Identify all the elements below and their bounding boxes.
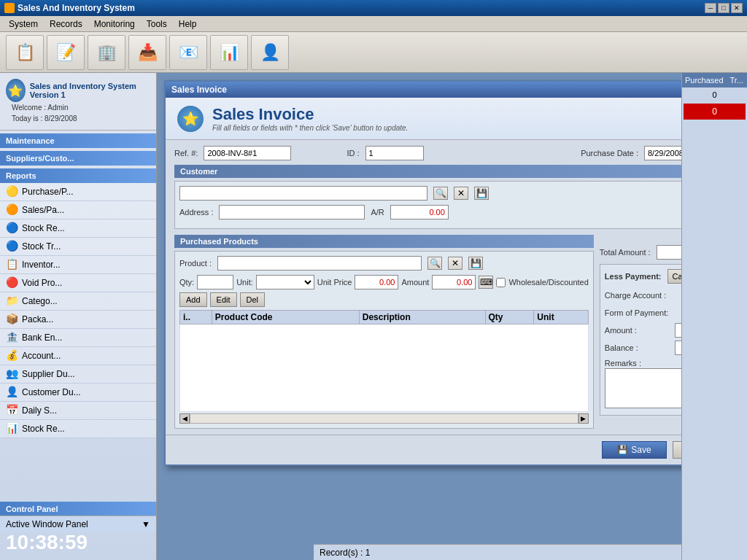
sidebar-item-package-label: Packa... [22, 314, 53, 324]
product-search-button[interactable]: 🔍 [427, 257, 442, 270]
menu-monitoring[interactable]: Monitoring [88, 18, 141, 31]
toolbar-btn-3[interactable]: 📥 [128, 35, 166, 70]
unit-price-label: Unit Price [317, 278, 352, 287]
toolbar-btn-4[interactable]: 📧 [169, 35, 207, 70]
ref-input[interactable] [204, 146, 291, 160]
purchased-products-header: Purchased Products [174, 235, 594, 248]
product-add-icon-button[interactable]: 💾 [468, 257, 483, 270]
maximize-button[interactable]: □ [718, 3, 729, 13]
customer-search-button[interactable]: 🔍 [433, 187, 448, 200]
category-icon: 📁 [6, 295, 19, 308]
customer-add-button[interactable]: 💾 [474, 187, 489, 200]
menu-tools[interactable]: Tools [141, 18, 173, 31]
modal-title-bar: Sales Invoice ✕ [166, 82, 681, 98]
save-button[interactable]: 💾 Save [602, 441, 666, 459]
total-amount-input[interactable] [657, 245, 681, 260]
sidebar-item-category[interactable]: 📁 Catego... [0, 292, 156, 311]
close-button[interactable]: ✕ [731, 3, 743, 13]
customer-clear-button[interactable]: ✕ [454, 187, 468, 200]
add-button[interactable]: Add [179, 292, 207, 307]
bottom-bar: Record(s) : 1 [314, 544, 681, 560]
minimize-button[interactable]: ─ [705, 3, 716, 13]
purchased-header: Purchased [682, 73, 727, 88]
payment-amount-input[interactable] [675, 323, 681, 338]
sidebar-item-stock-re[interactable]: 📊 Stock Re... [0, 420, 156, 438]
address-input[interactable] [219, 205, 365, 219]
menu-system[interactable]: System [3, 18, 44, 31]
sidebar-item-stock-re-label: Stock Re... [22, 424, 65, 434]
del-button[interactable]: Del [240, 292, 266, 307]
sidebar-item-category-label: Catego... [22, 296, 58, 306]
void-icon: 🔴 [6, 276, 19, 289]
toolbar-btn-5[interactable]: 📊 [210, 35, 248, 70]
tr-header: Tr... [727, 73, 747, 88]
sidebar-item-bank[interactable]: 🏦 Bank En... [0, 329, 156, 347]
sidebar-item-customer-du[interactable]: 👤 Customer Du... [0, 384, 156, 402]
sidebar-item-package[interactable]: 📦 Packa... [0, 311, 156, 329]
calculator-button[interactable]: Calculator [667, 269, 681, 284]
scroll-left-button[interactable]: ◀ [179, 413, 190, 424]
menu-records[interactable]: Records [44, 18, 88, 31]
balance-row: Balance : [605, 341, 681, 355]
payment-amount-label: Amount : [605, 326, 637, 335]
cancel-button[interactable]: Cancel [673, 441, 681, 459]
app-title: Sales And Inventory System [18, 3, 135, 13]
sidebar-item-sales-label: Sales/Pa... [22, 205, 64, 215]
package-icon: 📦 [6, 313, 19, 326]
qty-input[interactable] [197, 275, 233, 289]
charge-account-label: Charge Account : [605, 291, 666, 300]
unit-dropdown[interactable] [256, 275, 314, 289]
purchase-date-input[interactable] [644, 146, 681, 160]
modal-header: ⭐ Sales Invoice Fill all fields or field… [166, 98, 681, 140]
remarks-label: Remarks : [605, 359, 641, 368]
horizontal-scrollbar[interactable]: ◀ ▶ [179, 413, 589, 424]
sidebar-item-void[interactable]: 🔴 Void Pro... [0, 274, 156, 292]
toolbar-btn-2[interactable]: 🏢 [88, 35, 125, 70]
menu-help[interactable]: Help [173, 18, 203, 31]
col-unit: Unit [534, 311, 589, 324]
app-icon [4, 3, 15, 13]
payment-amount-row: Amount : [605, 323, 681, 338]
toolbar: 📋 📝 🏢 📥 📧 📊 👤 [0, 32, 747, 73]
amount-input[interactable] [432, 275, 476, 289]
toolbar-btn-0[interactable]: 📋 [6, 35, 44, 70]
sidebar-item-daily[interactable]: 📅 Daily S... [0, 402, 156, 420]
table-empty-row [180, 324, 589, 412]
ar-input[interactable] [390, 205, 449, 219]
charge-account-row: Charge Account : Choose Payment [605, 288, 681, 303]
modal-header-text: Sales Invoice Fill all fields or fields … [212, 105, 408, 132]
qty-unit-row: Qty: Unit: Unit Price Amount ⌨ Whol [179, 275, 589, 289]
sidebar-item-purchase[interactable]: 🟡 Purchase/P... [0, 183, 156, 201]
sidebar-item-inventory-label: Inventor... [22, 260, 61, 270]
sidebar-item-stocktr[interactable]: 🔵 Stock Tr... [0, 238, 156, 256]
control-panel-title: Control Panel [0, 502, 156, 516]
sidebar-item-inventory[interactable]: 📋 Inventor... [0, 256, 156, 274]
toolbar-btn-6[interactable]: 👤 [251, 35, 289, 70]
sidebar-item-stockre[interactable]: 🔵 Stock Re... [0, 219, 156, 238]
customer-name-row: 🔍 ✕ 💾 [179, 186, 681, 201]
modal-header-icon: ⭐ [177, 106, 204, 132]
barcode-icon-button[interactable]: ⌨ [479, 276, 493, 289]
sidebar-item-sales[interactable]: 🟠 Sales/Pa... [0, 201, 156, 219]
sidebar-item-supplier-du-label: Supplier Du... [22, 369, 75, 379]
toolbar-btn-1[interactable]: 📝 [47, 35, 85, 70]
sidebar: ⭐ Sales and Inventory System Version 1 W… [0, 73, 157, 560]
sidebar-item-supplier-du[interactable]: 👥 Supplier Du... [0, 365, 156, 384]
brand-icon: ⭐ [6, 79, 26, 102]
stocktr-icon: 🔵 [6, 240, 19, 253]
product-input[interactable] [217, 256, 422, 271]
customer-du-icon: 👤 [6, 386, 19, 399]
remarks-textarea[interactable] [605, 368, 681, 408]
sidebar-item-account[interactable]: 💰 Account... [0, 347, 156, 365]
col-description: Description [359, 311, 485, 324]
product-clear-button[interactable]: ✕ [448, 257, 462, 270]
customer-name-input[interactable] [179, 186, 427, 201]
edit-button[interactable]: Edit [210, 292, 237, 307]
address-label: Address : [179, 208, 213, 217]
unit-price-input[interactable] [355, 275, 398, 289]
clock-display: 10:38:59 [0, 528, 156, 557]
balance-input[interactable] [675, 341, 681, 355]
scroll-right-button[interactable]: ▶ [578, 413, 589, 424]
wholesale-checkbox[interactable] [496, 278, 506, 287]
id-input[interactable] [365, 146, 424, 160]
